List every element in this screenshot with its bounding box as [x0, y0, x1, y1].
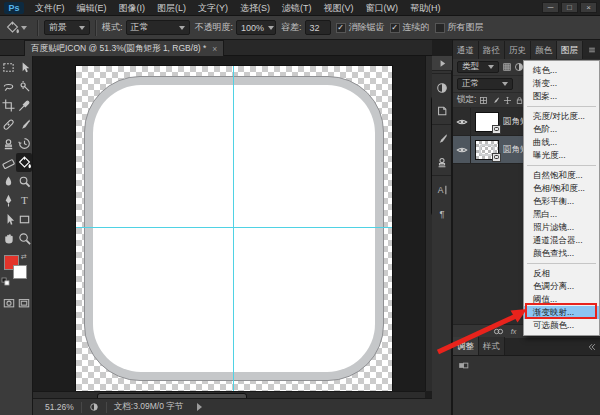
- panel-tab-路径[interactable]: 路径: [479, 41, 505, 59]
- layer-thumbnail[interactable]: [475, 112, 499, 132]
- quick-mask-icon[interactable]: [3, 297, 15, 309]
- layer-visibility-eye-icon[interactable]: [453, 108, 471, 135]
- panel-tab-通道[interactable]: 通道: [453, 41, 479, 59]
- pen-tool[interactable]: [0, 191, 16, 210]
- paragraph-panel-icon[interactable]: ¶: [432, 201, 452, 224]
- adjustment-menu-item[interactable]: 色阶...: [524, 123, 599, 136]
- status-menu-arrow-icon[interactable]: [197, 403, 202, 411]
- panel-tab-调整[interactable]: 调整: [453, 337, 479, 355]
- clone-stamp-tool[interactable]: [0, 134, 16, 153]
- panel-tab-图层[interactable]: 图层: [557, 41, 583, 59]
- close-button[interactable]: ×: [580, 2, 597, 13]
- canvas-area[interactable]: [33, 56, 432, 398]
- adjustment-menu-item[interactable]: 色调分离...: [524, 280, 599, 293]
- blend-mode-dropdown[interactable]: 正常: [457, 78, 513, 90]
- character-panel-icon[interactable]: A: [432, 178, 452, 201]
- dodge-tool[interactable]: [16, 172, 32, 191]
- menubar-item[interactable]: 图层(L): [151, 0, 192, 16]
- menubar-item[interactable]: 图像(I): [113, 0, 152, 16]
- adjustment-preset-icon[interactable]: [458, 360, 469, 371]
- filter-pixel-icon[interactable]: [502, 62, 512, 72]
- lock-transparent-icon[interactable]: [479, 96, 488, 105]
- adjustment-menu-item[interactable]: 曝光度...: [524, 149, 599, 162]
- collapse-panels-icon[interactable]: [582, 342, 600, 352]
- document-tab[interactable]: 百度贴吧ICON @ 51.3%(圆角矩形 1, RGB/8) * ×: [24, 40, 224, 56]
- vertical-guide[interactable]: [233, 66, 234, 391]
- maximize-button[interactable]: □: [561, 2, 578, 13]
- adjustment-menu-item[interactable]: 亮度/对比度...: [524, 110, 599, 123]
- menubar-item[interactable]: 视图(V): [318, 0, 360, 16]
- adjustment-menu-item[interactable]: 通道混合器...: [524, 234, 599, 247]
- panel-tab-历史[interactable]: 历史: [505, 41, 531, 59]
- document-canvas[interactable]: [76, 66, 392, 391]
- eyedropper-tool[interactable]: [16, 96, 32, 115]
- screen-mode-icon[interactable]: [18, 297, 30, 309]
- swap-colors-icon[interactable]: ⇄: [21, 253, 27, 261]
- adjustment-menu-item[interactable]: 可选颜色...: [524, 319, 599, 332]
- expand-panels-button[interactable]: [432, 56, 452, 71]
- adjustment-menu-item[interactable]: 图案...: [524, 90, 599, 103]
- lasso-tool[interactable]: [0, 77, 16, 96]
- spot-healing-brush-tool[interactable]: [0, 115, 16, 134]
- menubar-item[interactable]: 文字(Y): [192, 0, 234, 16]
- adjustment-menu-item[interactable]: 色相/饱和度...: [524, 182, 599, 195]
- minimize-button[interactable]: ─: [542, 2, 559, 13]
- panel-tab-颜色[interactable]: 颜色: [531, 41, 557, 59]
- background-color-swatch[interactable]: [13, 265, 27, 279]
- blur-tool[interactable]: [0, 172, 16, 191]
- adjustment-menu-item[interactable]: 渐变...: [524, 77, 599, 90]
- horizontal-guide[interactable]: [76, 227, 392, 228]
- adjustment-menu-item[interactable]: 色彩平衡...: [524, 195, 599, 208]
- brush-tool[interactable]: [16, 115, 32, 134]
- 所有图层-checkbox[interactable]: [435, 23, 445, 33]
- menubar-item[interactable]: 选择(S): [234, 0, 276, 16]
- clone-source-panel-icon[interactable]: [432, 150, 452, 173]
- vertical-scrollbar[interactable]: [425, 56, 432, 391]
- fx-icon[interactable]: fx: [508, 326, 519, 337]
- styles-panel-icon[interactable]: [432, 99, 452, 122]
- fill-source-dropdown[interactable]: 前景: [44, 20, 90, 35]
- default-colors-icon[interactable]: [1, 277, 10, 286]
- layer-filter-dropdown[interactable]: 类型: [457, 61, 499, 73]
- menubar-item[interactable]: 编辑(E): [71, 0, 113, 16]
- adjustment-menu-item[interactable]: 曲线...: [524, 136, 599, 149]
- layer-thumbnail[interactable]: [475, 140, 499, 160]
- eraser-tool[interactable]: [0, 153, 16, 172]
- 消除锯齿-checkbox[interactable]: ✓: [336, 23, 346, 33]
- opacity-dropdown[interactable]: 100%: [236, 20, 276, 35]
- rectangular-marquee-tool[interactable]: [0, 58, 16, 77]
- close-tab-icon[interactable]: ×: [212, 44, 217, 54]
- zoom-level-field[interactable]: 51.26%: [45, 402, 74, 412]
- adjustment-menu-item[interactable]: 照片滤镜...: [524, 221, 599, 234]
- adjustment-menu-item[interactable]: 阈值...: [524, 293, 599, 306]
- hand-tool[interactable]: [0, 229, 16, 248]
- move-tool[interactable]: [16, 58, 32, 77]
- panel-menu-icon[interactable]: [583, 45, 600, 55]
- horizontal-scrollbar[interactable]: [33, 391, 425, 398]
- rectangle-tool[interactable]: [16, 210, 32, 229]
- brush-panel-icon[interactable]: [432, 127, 452, 150]
- lock-position-icon[interactable]: [503, 96, 512, 105]
- adjustment-menu-item[interactable]: 黑白...: [524, 208, 599, 221]
- adjustment-menu-item[interactable]: 颜色查找...: [524, 247, 599, 260]
- zoom-tool[interactable]: [16, 229, 32, 248]
- tolerance-input[interactable]: 32: [305, 20, 331, 35]
- adjustment-menu-item[interactable]: 渐变映射...: [524, 306, 599, 319]
- crop-tool[interactable]: [0, 96, 16, 115]
- adjustment-menu-item[interactable]: 纯色...: [524, 64, 599, 77]
- path-selection-tool[interactable]: [0, 210, 16, 229]
- type-tool[interactable]: T: [16, 191, 32, 210]
- history-brush-tool[interactable]: [16, 134, 32, 153]
- menubar-item[interactable]: 滤镜(T): [276, 0, 318, 16]
- lock-pixels-icon[interactable]: [491, 96, 500, 105]
- menubar-item[interactable]: 窗口(W): [360, 0, 405, 16]
- menubar-item[interactable]: 文件(F): [29, 0, 71, 16]
- link-icon[interactable]: [493, 326, 504, 337]
- menubar-item[interactable]: 帮助(H): [404, 0, 447, 16]
- quick-selection-tool[interactable]: [16, 77, 32, 96]
- 连续的-checkbox[interactable]: ✓: [390, 23, 400, 33]
- adjustments-panel-icon[interactable]: [432, 76, 452, 99]
- tool-preset-picker[interactable]: [6, 21, 27, 34]
- adjustment-menu-item[interactable]: 自然饱和度...: [524, 169, 599, 182]
- paint-bucket-tool[interactable]: [16, 153, 32, 172]
